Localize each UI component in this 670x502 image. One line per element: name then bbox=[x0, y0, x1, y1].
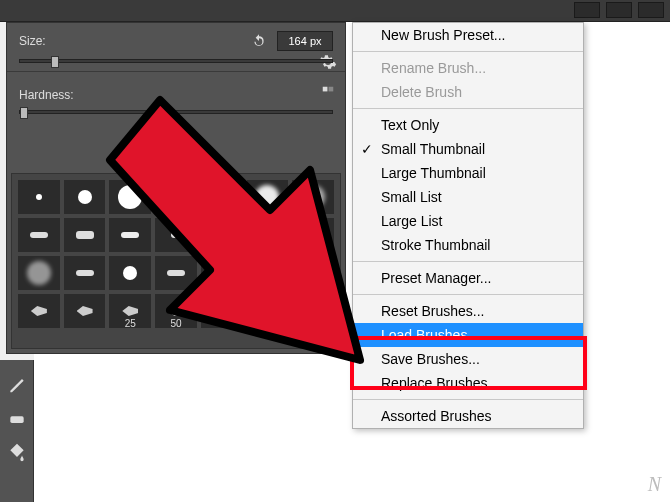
menu-separator bbox=[353, 294, 583, 295]
brush-preset[interactable] bbox=[64, 218, 106, 252]
reset-size-icon[interactable] bbox=[251, 33, 267, 49]
brush-preset[interactable] bbox=[109, 218, 151, 252]
brush-preset[interactable] bbox=[292, 256, 334, 290]
menu-rename-brush: Rename Brush... bbox=[353, 56, 583, 80]
brush-size-label: 25 bbox=[109, 318, 151, 329]
window-maximize-button[interactable] bbox=[606, 2, 632, 18]
eraser-tool-icon[interactable] bbox=[7, 408, 27, 428]
brush-preset[interactable] bbox=[155, 218, 197, 252]
brush-preset[interactable] bbox=[292, 294, 334, 328]
brush-preset[interactable] bbox=[155, 180, 197, 214]
hardness-label: Hardness: bbox=[19, 88, 89, 102]
svg-rect-2 bbox=[10, 416, 23, 423]
hardness-slider-thumb[interactable] bbox=[20, 107, 28, 119]
brush-preset[interactable] bbox=[247, 218, 289, 252]
brush-preset[interactable]: 25 bbox=[109, 294, 151, 328]
svg-rect-1 bbox=[329, 87, 334, 92]
menu-large-thumbnail[interactable]: Large Thumbnail bbox=[353, 161, 583, 185]
brush-size-label: 50 bbox=[155, 318, 197, 329]
brush-preset[interactable] bbox=[292, 218, 334, 252]
brush-preset[interactable] bbox=[64, 294, 106, 328]
menu-separator bbox=[353, 108, 583, 109]
menu-delete-brush: Delete Brush bbox=[353, 80, 583, 104]
menu-small-list[interactable]: Small List bbox=[353, 185, 583, 209]
brush-preset[interactable] bbox=[292, 180, 334, 214]
brush-tool-icon[interactable] bbox=[7, 374, 27, 394]
size-slider-thumb[interactable] bbox=[51, 56, 59, 68]
menu-small-thumbnail[interactable]: Small Thumbnail bbox=[353, 137, 583, 161]
left-toolbar bbox=[0, 360, 34, 502]
thumbnail-toggle-icon[interactable] bbox=[321, 85, 335, 99]
size-label: Size: bbox=[19, 34, 79, 48]
brush-preset-grid: 25 50 bbox=[11, 173, 341, 349]
brush-preset[interactable] bbox=[18, 256, 60, 290]
brush-preset[interactable] bbox=[18, 180, 60, 214]
menu-separator bbox=[353, 51, 583, 52]
window-close-button[interactable] bbox=[638, 2, 664, 18]
panel-divider bbox=[7, 71, 345, 72]
brush-preset[interactable] bbox=[201, 180, 243, 214]
menu-load-brushes[interactable]: Load Brushes... bbox=[353, 323, 583, 347]
svg-rect-0 bbox=[323, 87, 328, 92]
brush-preset[interactable] bbox=[247, 256, 289, 290]
brush-preset[interactable] bbox=[247, 180, 289, 214]
menu-save-brushes[interactable]: Save Brushes... bbox=[353, 347, 583, 371]
menu-large-list[interactable]: Large List bbox=[353, 209, 583, 233]
brush-preset[interactable]: 50 bbox=[155, 294, 197, 328]
size-slider[interactable] bbox=[19, 59, 333, 63]
menu-text-only[interactable]: Text Only bbox=[353, 113, 583, 137]
watermark: N bbox=[648, 473, 662, 496]
menu-reset-brushes[interactable]: Reset Brushes... bbox=[353, 299, 583, 323]
menu-stroke-thumbnail[interactable]: Stroke Thumbnail bbox=[353, 233, 583, 257]
brush-context-menu: New Brush Preset... Rename Brush... Dele… bbox=[352, 22, 584, 429]
menu-separator bbox=[353, 399, 583, 400]
window-minimize-button[interactable] bbox=[574, 2, 600, 18]
brush-settings-panel: Size: 164 px Hardness: bbox=[6, 22, 346, 354]
menu-assorted-brushes[interactable]: Assorted Brushes bbox=[353, 404, 583, 428]
brush-preset[interactable] bbox=[18, 294, 60, 328]
brush-preset[interactable] bbox=[201, 256, 243, 290]
brush-preset[interactable] bbox=[64, 180, 106, 214]
bucket-tool-icon[interactable] bbox=[7, 442, 27, 462]
hardness-slider[interactable] bbox=[19, 110, 333, 114]
brush-preset[interactable] bbox=[201, 218, 243, 252]
brush-preset[interactable] bbox=[201, 294, 243, 328]
brush-preset[interactable] bbox=[64, 256, 106, 290]
app-title-bar bbox=[0, 0, 670, 22]
menu-replace-brushes[interactable]: Replace Brushes... bbox=[353, 371, 583, 395]
brush-preset[interactable] bbox=[109, 180, 151, 214]
brush-preset[interactable] bbox=[18, 218, 60, 252]
brush-preset[interactable] bbox=[247, 294, 289, 328]
size-input[interactable]: 164 px bbox=[277, 31, 333, 51]
menu-new-brush-preset[interactable]: New Brush Preset... bbox=[353, 23, 583, 47]
brush-preset[interactable] bbox=[109, 256, 151, 290]
brush-preset[interactable] bbox=[155, 256, 197, 290]
menu-separator bbox=[353, 261, 583, 262]
menu-preset-manager[interactable]: Preset Manager... bbox=[353, 266, 583, 290]
